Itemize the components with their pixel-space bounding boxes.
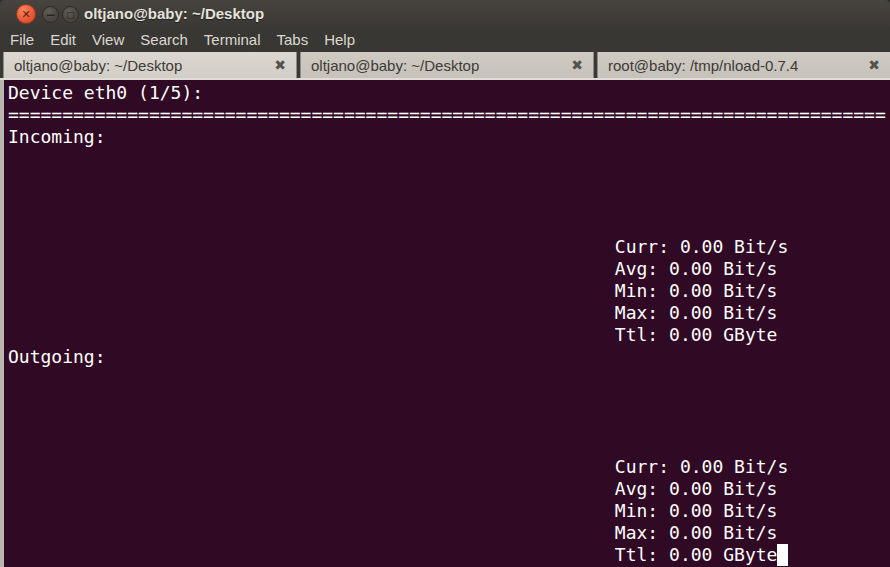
close-icon: ✕ (21, 8, 30, 21)
terminal-line: Ttl: 0.00 GByte (615, 324, 778, 346)
tab-3-close-icon[interactable]: ✖ (858, 57, 890, 73)
terminal-line: Max: 0.00 Bit/s (615, 302, 778, 324)
menu-help[interactable]: Help (316, 28, 363, 52)
terminal-line: Avg: 0.00 Bit/s (615, 478, 778, 500)
tab-3[interactable]: root@baby: /tmp/nload-0.7.4 ✖ (597, 52, 890, 78)
terminal-line: Avg: 0.00 Bit/s (615, 258, 778, 280)
terminal-cursor (777, 544, 788, 566)
menu-file[interactable]: File (2, 28, 42, 52)
terminal-line: Incoming: (8, 126, 106, 148)
titlebar[interactable]: ✕ − □ oltjano@baby: ~/Desktop (0, 0, 890, 28)
close-window-button[interactable]: ✕ (16, 4, 36, 24)
menu-search[interactable]: Search (132, 28, 196, 52)
tab-1[interactable]: oltjano@baby: ~/Desktop ✖ (3, 52, 297, 78)
terminal-window: ✕ − □ oltjano@baby: ~/Desktop File Edit … (0, 0, 890, 567)
menu-edit[interactable]: Edit (42, 28, 84, 52)
maximize-icon: □ (66, 10, 75, 20)
terminal-line: Min: 0.00 Bit/s (615, 500, 778, 522)
tab-2-close-icon[interactable]: ✖ (561, 57, 593, 73)
minimize-icon: − (45, 8, 55, 22)
terminal-line: Outgoing: (8, 346, 106, 368)
terminal-line: Ttl: 0.00 GByte (615, 544, 778, 566)
menubar: File Edit View Search Terminal Tabs Help (0, 28, 890, 52)
terminal-line: Device eth0 (1/5): (8, 82, 203, 104)
tabbar: oltjano@baby: ~/Desktop ✖ oltjano@baby: … (0, 52, 890, 80)
tab-1-label: oltjano@baby: ~/Desktop (4, 57, 182, 74)
maximize-window-button[interactable]: □ (62, 6, 79, 23)
terminal-line: Curr: 0.00 Bit/s (615, 456, 788, 478)
menu-tabs[interactable]: Tabs (269, 28, 317, 52)
terminal-line: ========================================… (8, 104, 886, 126)
terminal-line: Max: 0.00 Bit/s (615, 522, 778, 544)
tab-1-close-icon[interactable]: ✖ (264, 57, 296, 73)
terminal-line: Curr: 0.00 Bit/s (615, 236, 788, 258)
menu-view[interactable]: View (84, 28, 132, 52)
tab-2-label: oltjano@baby: ~/Desktop (301, 57, 479, 74)
terminal-screen[interactable]: Device eth0 (1/5):======================… (0, 80, 890, 567)
menu-terminal[interactable]: Terminal (196, 28, 269, 52)
tab-2[interactable]: oltjano@baby: ~/Desktop ✖ (300, 52, 594, 78)
tab-3-label: root@baby: /tmp/nload-0.7.4 (598, 57, 798, 74)
window-title: oltjano@baby: ~/Desktop (84, 0, 264, 28)
minimize-window-button[interactable]: − (42, 6, 59, 23)
terminal-line: Min: 0.00 Bit/s (615, 280, 778, 302)
